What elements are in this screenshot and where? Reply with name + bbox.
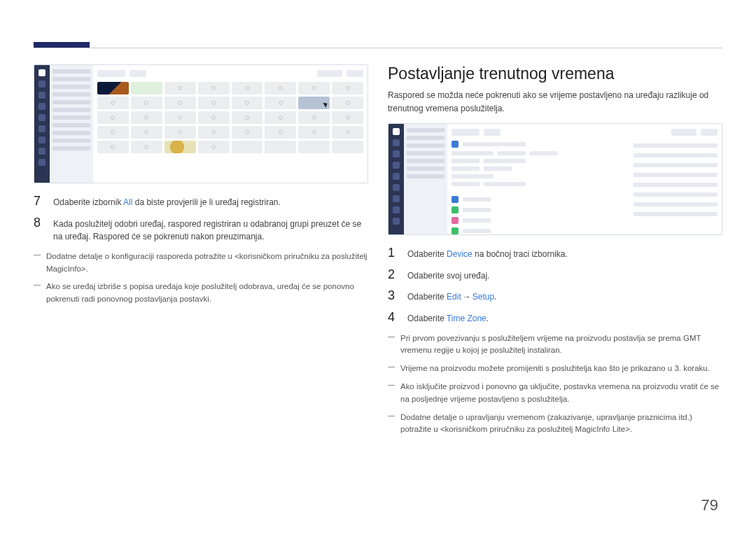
left-notes: Dodatne detalje o konfiguraciji raspored… — [34, 251, 368, 306]
step-number: 4 — [388, 311, 398, 325]
step-1: 1 Odaberite Device na bočnoj traci izbor… — [388, 246, 722, 261]
step-number: 8 — [34, 216, 43, 244]
note-item: Dodatne detalje o upravljanju vremenom (… — [388, 412, 722, 437]
step-number: 2 — [388, 268, 398, 283]
step-text: Kada poslužitelj odobri uređaj, raspored… — [53, 216, 368, 244]
step-text: Odaberite Time Zone. — [407, 311, 722, 325]
step-text: Odaberite Device na bočnoj traci izborni… — [407, 246, 722, 261]
step-number: 1 — [388, 246, 398, 261]
section-intro: Raspored se možda neće pokrenuti ako se … — [388, 89, 722, 115]
header-divider — [34, 48, 722, 48]
screenshot-time-edit — [388, 123, 722, 235]
step-number: 7 — [34, 195, 43, 209]
step-7: 7 Odaberite izbornik All da biste provje… — [34, 195, 368, 209]
left-column: 7 Odaberite izbornik All da biste provje… — [34, 64, 368, 506]
step-text: Odaberite izbornik All da biste provjeri… — [53, 195, 368, 209]
right-step-list: 1 Odaberite Device na bočnoj traci izbor… — [388, 246, 722, 325]
step-2: 2 Odaberite svoj uređaj. — [388, 268, 722, 283]
step-text: Odaberite svoj uređaj. — [407, 268, 722, 283]
step-text: Odaberite Edit → Setup. — [407, 289, 722, 304]
page-number: 79 — [701, 496, 718, 514]
note-item: Ako isključite proizvod i ponovno ga ukl… — [388, 381, 722, 406]
screenshot-device-grid — [34, 64, 368, 183]
right-notes: Pri prvom povezivanju s poslužiteljem vr… — [388, 332, 722, 437]
step-3: 3 Odaberite Edit → Setup. — [388, 289, 722, 304]
step-8: 8 Kada poslužitelj odobri uređaj, raspor… — [34, 216, 368, 244]
note-item: Ako se uređaj izbriše s popisa uređaja k… — [34, 281, 368, 306]
step-number: 3 — [388, 289, 398, 304]
right-column: Postavljanje trenutnog vremena Raspored … — [388, 64, 722, 506]
section-title: Postavljanje trenutnog vremena — [388, 64, 722, 83]
step-4: 4 Odaberite Time Zone. — [388, 311, 722, 325]
note-item: Vrijeme na proizvodu možete promijeniti … — [388, 363, 722, 375]
left-step-list: 7 Odaberite izbornik All da biste provje… — [34, 195, 368, 244]
note-item: Pri prvom povezivanju s poslužiteljem vr… — [388, 332, 722, 358]
header-accent-bar — [34, 42, 90, 48]
note-item: Dodatne detalje o konfiguraciji raspored… — [34, 251, 368, 276]
